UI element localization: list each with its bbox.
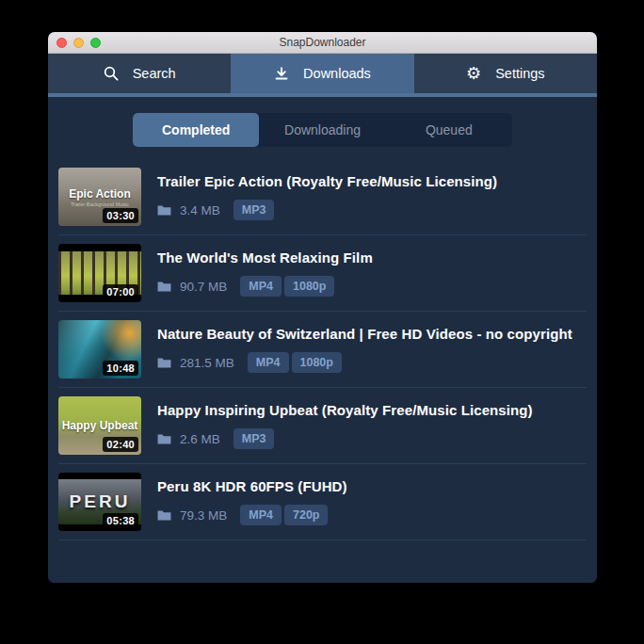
format-badge: MP3 <box>233 428 275 449</box>
titlebar[interactable]: SnapDownloader <box>48 32 597 54</box>
thumbnail-overlay-text: PERU <box>70 491 131 512</box>
zoom-button[interactable] <box>90 38 101 48</box>
video-thumbnail: 07:00 <box>58 244 141 302</box>
format-badges: MP3 <box>233 200 278 220</box>
tab-label: Search <box>133 66 176 81</box>
format-badge: 1080p <box>284 276 334 297</box>
format-badge: MP4 <box>240 505 282 525</box>
tab-label: Settings <box>495 66 544 81</box>
download-item[interactable]: PERU 05:38 Peru 8K HDR 60FPS (FUHD) 79.3… <box>58 464 587 540</box>
file-size: 79.3 MB <box>180 508 227 523</box>
video-title: Nature Beauty of Switzerland | Free HD V… <box>157 326 572 342</box>
folder-icon[interactable] <box>157 357 171 369</box>
tab-settings[interactable]: ⚙︎ Settings <box>414 54 597 93</box>
video-thumbnail: PERU 05:38 <box>58 473 141 531</box>
video-thumbnail: Happy Upbeat 02:40 <box>58 396 141 455</box>
tab-downloads[interactable]: Downloads <box>231 54 413 93</box>
folder-icon[interactable] <box>157 433 171 445</box>
video-title: Trailer Epic Action (Royalty Free/Music … <box>157 173 497 189</box>
download-icon <box>274 66 289 81</box>
download-item[interactable]: 10:48 Nature Beauty of Switzerland | Fre… <box>58 312 587 388</box>
search-icon <box>104 66 119 81</box>
subtab-label: Completed <box>162 122 230 137</box>
tab-search[interactable]: Search <box>48 54 231 93</box>
thumbnail-overlay-text: Happy Upbeat <box>62 419 138 432</box>
duration-badge: 03:30 <box>103 208 138 223</box>
main-tab-bar: Search Downloads ⚙︎ Settings <box>48 54 597 93</box>
folder-icon[interactable] <box>157 509 171 522</box>
duration-badge: 05:38 <box>103 513 138 528</box>
format-badge: 720p <box>284 505 329 525</box>
format-badges: MP41080p <box>240 276 337 297</box>
subtab-queued[interactable]: Queued <box>386 113 512 147</box>
minimize-button[interactable] <box>73 38 84 48</box>
subtab-completed[interactable]: Completed <box>133 113 259 147</box>
thumbnail-overlay-text: Epic Action <box>69 187 131 201</box>
format-badges: MP3 <box>233 428 278 449</box>
video-thumbnail: 10:48 <box>58 320 141 378</box>
traffic-lights <box>56 32 101 53</box>
active-tab-strip <box>48 93 597 97</box>
window-title: SnapDownloader <box>279 36 365 49</box>
subtab-label: Queued <box>426 122 473 137</box>
app-window: SnapDownloader Search Downloads <box>48 32 597 583</box>
download-item[interactable]: Epic Action Trailer Background Music 03:… <box>58 159 587 235</box>
subtab-downloading[interactable]: Downloading <box>259 113 385 147</box>
file-size: 281.5 MB <box>180 356 234 370</box>
duration-badge: 07:00 <box>103 284 138 299</box>
gear-icon: ⚙︎ <box>466 66 481 81</box>
folder-icon[interactable] <box>157 204 171 217</box>
close-button[interactable] <box>56 38 67 48</box>
completed-downloads-list: Epic Action Trailer Background Music 03:… <box>58 159 587 540</box>
video-title: The World's Most Relaxing Film <box>157 250 373 266</box>
file-size: 90.7 MB <box>180 280 227 294</box>
download-item[interactable]: 07:00 The World's Most Relaxing Film 90.… <box>58 235 587 312</box>
format-badges: MP41080p <box>248 352 345 373</box>
video-title: Peru 8K HDR 60FPS (FUHD) <box>157 478 347 494</box>
download-status-tabs: Completed Downloading Queued <box>133 113 512 147</box>
format-badge: 1080p <box>292 352 342 373</box>
thumbnail-overlay-subtext: Trailer Background Music <box>69 201 131 207</box>
video-thumbnail: Epic Action Trailer Background Music 03:… <box>58 168 141 226</box>
format-badge: MP3 <box>233 200 275 220</box>
folder-icon[interactable] <box>157 281 171 293</box>
subtab-label: Downloading <box>284 122 361 137</box>
file-size: 3.4 MB <box>180 203 220 217</box>
duration-badge: 02:40 <box>103 437 138 452</box>
format-badge: MP4 <box>248 352 289 373</box>
format-badges: MP4720p <box>240 505 330 525</box>
duration-badge: 10:48 <box>103 361 138 376</box>
downloads-panel: Completed Downloading Queued Epic Action… <box>48 113 597 583</box>
format-badge: MP4 <box>240 276 282 297</box>
file-size: 2.6 MB <box>180 432 220 446</box>
tab-label: Downloads <box>303 66 371 81</box>
video-title: Happy Inspiring Upbeat (Royalty Free/Mus… <box>157 402 533 418</box>
download-item[interactable]: Happy Upbeat 02:40 Happy Inspiring Upbea… <box>58 388 587 464</box>
